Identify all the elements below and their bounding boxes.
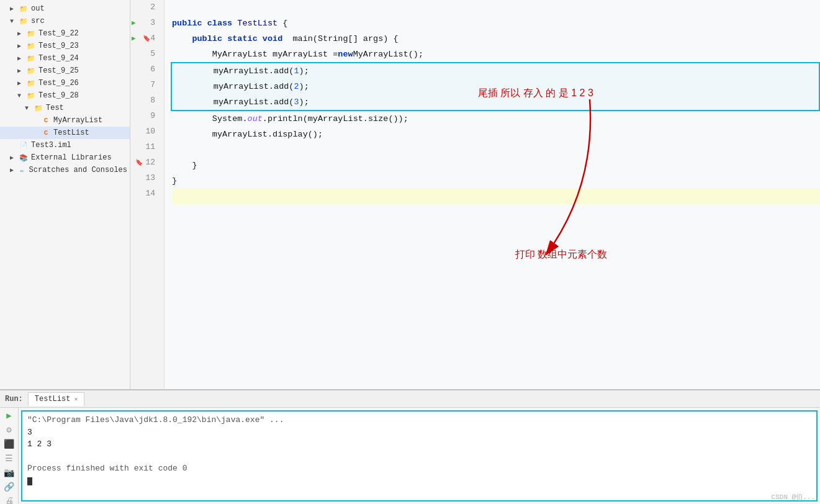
sidebar-label-test: Test xyxy=(46,104,64,112)
arrow-scratch: ▶ xyxy=(10,166,17,174)
sidebar-label-924: Test_9_24 xyxy=(38,54,79,63)
folder-icon: 📁 xyxy=(19,4,29,14)
arrow-925: ▶ xyxy=(17,67,25,74)
stop-button[interactable]: ⬛ xyxy=(2,439,16,449)
arrow-928: ▼ xyxy=(17,92,25,99)
share-button[interactable]: 🔗 xyxy=(2,482,16,492)
console-line-4: Process finished with exit code 0 xyxy=(27,462,811,475)
folder-icon-src: 📁 xyxy=(19,16,29,26)
sidebar-item-out[interactable]: ▶ 📁 out xyxy=(0,2,130,15)
arrow-926: ▶ xyxy=(17,79,25,87)
kw-new5: new xyxy=(338,48,353,61)
sidebar-label-923: Test_9_23 xyxy=(38,42,79,50)
sidebar-item-myarraylist[interactable]: ▶ C MyArrayList xyxy=(0,114,130,127)
run-tab-bar: Run: TestList ✕ xyxy=(0,390,820,408)
code-line-2 xyxy=(172,0,820,16)
cls-testlist: TestList xyxy=(237,17,277,30)
run-arrow-4[interactable]: ▶ xyxy=(132,34,136,45)
sidebar-item-test924[interactable]: ▶ 📁 Test_9_24 xyxy=(0,52,130,65)
sidebar-label-scratches: Scratches and Consoles xyxy=(29,166,127,174)
console-line-1: 3 xyxy=(27,426,811,439)
run-tab-name: TestList xyxy=(35,395,71,403)
sidebar-item-test922[interactable]: ▶ 📁 Test_9_22 xyxy=(0,27,130,40)
folder-icon-test: 📁 xyxy=(34,103,43,113)
bookmark-4: 🔖 xyxy=(143,34,150,44)
arrow-test: ▼ xyxy=(25,105,32,112)
console-output: "C:\Program Files\Java\jdk1.8.0_192\bin\… xyxy=(21,410,818,502)
sidebar-item-test923[interactable]: ▶ 📁 Test_9_23 xyxy=(0,40,130,52)
sidebar-item-test925[interactable]: ▶ 📁 Test_9_25 xyxy=(0,65,130,77)
line-num-5: 5 xyxy=(130,47,159,62)
line-num-13: 13 xyxy=(130,171,159,186)
run-panel-content: ▶ ⚙ ⬛ ☰ 📷 🔗 🖨 🗑 ≡ 📌 "C:\Program Files\Ja… xyxy=(0,408,820,504)
folder-icon-922: 📁 xyxy=(26,29,36,38)
sidebar-label-out: out xyxy=(31,4,45,13)
kw-public3: public xyxy=(172,17,202,30)
sidebar-item-scratches[interactable]: ▶ ✏️ Scratches and Consoles xyxy=(0,164,130,176)
arrow-mal: ▶ xyxy=(32,117,40,124)
code-line-10: myArrayList.display(); xyxy=(172,127,820,142)
folder-icon-923: 📁 xyxy=(26,41,36,51)
folder-icon-926: 📁 xyxy=(26,78,36,88)
sidebar-item-testlist[interactable]: ▶ C TestList xyxy=(0,127,130,139)
line-num-12: 🔖 12 xyxy=(130,155,159,171)
console-cursor xyxy=(27,477,32,485)
screenshot-button[interactable]: 📷 xyxy=(2,467,16,478)
sidebar-item-test926[interactable]: ▶ 📁 Test_9_26 xyxy=(0,77,130,89)
kw-void: void xyxy=(263,32,282,46)
num-3: 3 xyxy=(294,96,299,109)
arrow-922: ▶ xyxy=(17,30,25,37)
scratch-icon: ✏️ xyxy=(18,165,27,175)
line-num-11: 11 xyxy=(130,140,159,155)
run-button[interactable]: ▶ xyxy=(2,410,16,421)
editor-area: 尾插 所以 存入 的 是 1 2 3 打印 数组中元素个数 2 ▶ 3 xyxy=(130,0,820,389)
arrow-tl: ▶ xyxy=(32,129,40,137)
console-cursor-line xyxy=(27,475,811,487)
code-line-11 xyxy=(172,142,820,158)
sidebar-label-922: Test_9_22 xyxy=(38,29,79,38)
code-line-6: myArrayList.add(1); xyxy=(172,63,819,79)
run-tab-close[interactable]: ✕ xyxy=(74,395,78,403)
run-arrow-3[interactable]: ▶ xyxy=(132,18,136,29)
folder-icon-924: 📁 xyxy=(26,53,36,63)
run-tab-testlist[interactable]: TestList ✕ xyxy=(28,392,85,406)
line-num-9: 9 xyxy=(130,109,159,124)
editor-content[interactable]: 2 ▶ 3 ▶ 🔖 4 5 6 7 8 9 10 11 🔖 xyxy=(130,0,820,389)
sidebar-label-myarraylist: MyArrayList xyxy=(53,116,102,125)
line-num-6: 6 xyxy=(130,62,159,78)
run-toolbar: ▶ ⚙ ⬛ ☰ 📷 🔗 🖨 🗑 ≡ 📌 xyxy=(0,408,19,504)
arrow-923: ▶ xyxy=(17,42,25,50)
console-line-0: "C:\Program Files\Java\jdk1.8.0_192\bin\… xyxy=(27,414,811,426)
settings-button[interactable]: ⚙ xyxy=(2,425,16,435)
console-line-3 xyxy=(27,451,811,463)
code-line-12: } xyxy=(172,158,820,173)
bookmark-12: 🔖 xyxy=(135,158,143,168)
sidebar-label-928: Test_9_28 xyxy=(38,91,79,100)
print-button[interactable]: 🖨 xyxy=(2,496,16,504)
code-area[interactable]: public class TestList { public static vo… xyxy=(164,0,820,389)
line-numbers: 2 ▶ 3 ▶ 🔖 4 5 6 7 8 9 10 11 🔖 xyxy=(130,0,164,389)
sidebar-item-test928[interactable]: ▼ 📁 Test_9_28 xyxy=(0,89,130,102)
sidebar-item-iml[interactable]: ▶ 📄 Test3.iml xyxy=(0,139,130,151)
run-label: Run: xyxy=(5,395,23,403)
sidebar-label-testlist: TestList xyxy=(53,128,89,137)
collapse-arrow-src: ▼ xyxy=(10,18,17,25)
sidebar-label-iml: Test3.iml xyxy=(31,141,71,150)
sidebar-item-ext-libs[interactable]: ▶ 📚 External Libraries xyxy=(0,151,130,164)
kw-public4: public xyxy=(192,32,222,46)
sidebar-item-test[interactable]: ▼ 📁 Test xyxy=(0,102,130,114)
code-line-8: myArrayList.add(3); xyxy=(172,94,819,110)
scroll-button[interactable]: ☰ xyxy=(2,453,16,464)
kw-class: class xyxy=(207,17,233,30)
line-num-8: 8 xyxy=(130,93,159,109)
project-sidebar: ▶ 📁 out ▼ 📁 src ▶ 📁 Test_9_22 ▶ 📁 Test_9… xyxy=(0,0,130,389)
code-line-4: public static void main(String[] args) { xyxy=(172,31,820,47)
code-line-9: System.out.println(myArrayList.size()); xyxy=(172,111,820,127)
sidebar-item-src[interactable]: ▼ 📁 src xyxy=(0,15,130,27)
iml-icon: 📄 xyxy=(19,140,29,150)
line-num-2: 2 xyxy=(130,0,159,16)
line-num-10: 10 xyxy=(130,124,159,140)
java-icon-tl: C xyxy=(41,128,51,138)
java-icon-mal: C xyxy=(41,115,51,125)
console-line-2: 1 2 3 xyxy=(27,438,811,451)
